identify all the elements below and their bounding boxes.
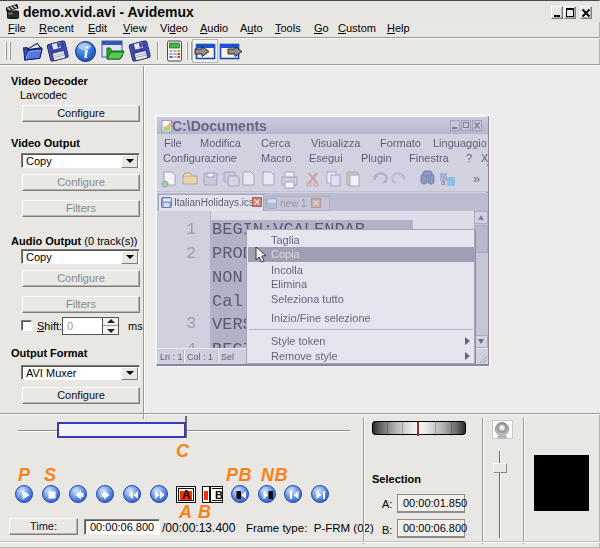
- svg-text:i: i: [84, 44, 89, 61]
